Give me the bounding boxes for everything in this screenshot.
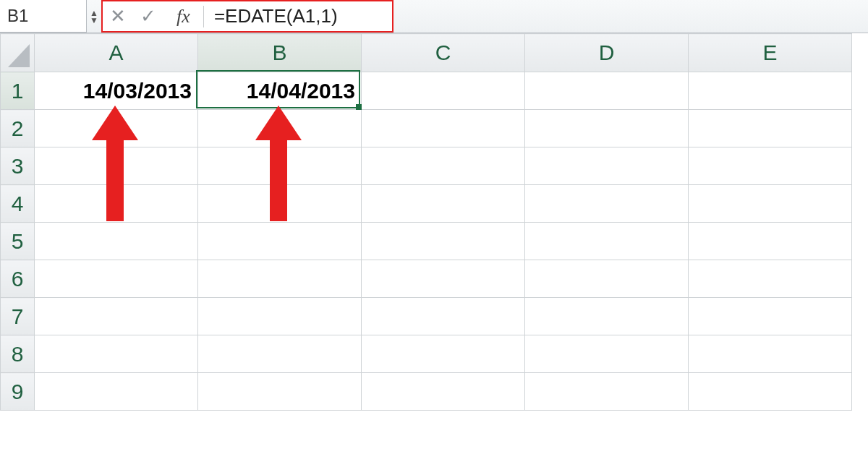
column-header-d[interactable]: D [525, 34, 689, 72]
insert-function-button[interactable]: fx [163, 6, 204, 27]
select-all-corner[interactable] [1, 34, 35, 72]
name-box[interactable]: B1 [0, 0, 87, 33]
confirm-formula-button[interactable]: ✓ [133, 5, 163, 27]
cell-A7[interactable] [35, 298, 198, 335]
cell-C8[interactable] [362, 335, 525, 373]
svg-marker-0 [8, 44, 30, 67]
row-header-7[interactable]: 7 [1, 298, 35, 335]
x-icon: ✕ [110, 5, 126, 27]
cell-B9[interactable] [198, 373, 362, 411]
cell-D3[interactable] [525, 147, 689, 185]
cell-C4[interactable] [362, 185, 525, 223]
cell-D9[interactable] [525, 373, 689, 411]
column-header-b[interactable]: B [198, 34, 362, 72]
cell-C7[interactable] [362, 298, 525, 335]
row-header-6[interactable]: 6 [1, 260, 35, 298]
cell-C9[interactable] [362, 373, 525, 411]
cell-C3[interactable] [362, 147, 525, 185]
cell-A4[interactable] [35, 185, 198, 223]
cell-B6[interactable] [198, 260, 362, 298]
formula-bar: B1 ▲ ▼ ✕ ✓ fx =EDATE(A1,1) [0, 0, 868, 33]
row-header-2[interactable]: 2 [1, 110, 35, 147]
column-header-c[interactable]: C [362, 34, 525, 72]
column-header-a[interactable]: A [35, 34, 198, 72]
cell-A2[interactable] [35, 110, 198, 147]
cell-C2[interactable] [362, 110, 525, 147]
cell-A8[interactable] [35, 335, 198, 373]
cell-D5[interactable] [525, 223, 689, 260]
cell-E2[interactable] [689, 110, 852, 147]
cell-C5[interactable] [362, 223, 525, 260]
stepper-down-icon[interactable]: ▼ [90, 17, 98, 24]
cell-B8[interactable] [198, 335, 362, 373]
cell-A6[interactable] [35, 260, 198, 298]
grid-table: ABCDE 114/03/201314/04/201323456789 [0, 33, 852, 411]
formula-text: =EDATE(A1,1) [214, 5, 338, 27]
cell-D8[interactable] [525, 335, 689, 373]
cell-B1[interactable]: 14/04/2013 [198, 72, 362, 110]
cell-D2[interactable] [525, 110, 689, 147]
cell-A3[interactable] [35, 147, 198, 185]
row-header-1[interactable]: 1 [1, 72, 35, 110]
cell-E9[interactable] [689, 373, 852, 411]
row-header-3[interactable]: 3 [1, 147, 35, 185]
column-header-e[interactable]: E [689, 34, 852, 72]
cell-E5[interactable] [689, 223, 852, 260]
row-header-4[interactable]: 4 [1, 185, 35, 223]
cell-A9[interactable] [35, 373, 198, 411]
name-box-stepper[interactable]: ▲ ▼ [87, 0, 101, 33]
cancel-formula-button[interactable]: ✕ [103, 5, 133, 27]
worksheet[interactable]: ABCDE 114/03/201314/04/201323456789 [0, 33, 868, 411]
cell-B2[interactable] [198, 110, 362, 147]
cell-D7[interactable] [525, 298, 689, 335]
cell-B4[interactable] [198, 185, 362, 223]
fx-icon: fx [176, 6, 190, 27]
cell-A5[interactable] [35, 223, 198, 260]
grid-body: 114/03/201314/04/201323456789 [1, 72, 852, 411]
row-header-9[interactable]: 9 [1, 373, 35, 411]
cell-C1[interactable] [362, 72, 525, 110]
cell-C6[interactable] [362, 260, 525, 298]
formula-bar-highlight: ✕ ✓ fx =EDATE(A1,1) [101, 0, 393, 33]
cell-D6[interactable] [525, 260, 689, 298]
cell-E1[interactable] [689, 72, 852, 110]
cell-E8[interactable] [689, 335, 852, 373]
cell-D4[interactable] [525, 185, 689, 223]
cell-E7[interactable] [689, 298, 852, 335]
name-box-value: B1 [7, 6, 79, 26]
cell-E4[interactable] [689, 185, 852, 223]
check-icon: ✓ [140, 5, 156, 27]
cell-E3[interactable] [689, 147, 852, 185]
cell-B7[interactable] [198, 298, 362, 335]
row-header-8[interactable]: 8 [1, 335, 35, 373]
cell-B3[interactable] [198, 147, 362, 185]
cell-E6[interactable] [689, 260, 852, 298]
cell-D1[interactable] [525, 72, 689, 110]
cell-A1[interactable]: 14/03/2013 [35, 72, 198, 110]
row-header-5[interactable]: 5 [1, 223, 35, 260]
cell-B5[interactable] [198, 223, 362, 260]
formula-input[interactable]: =EDATE(A1,1) [204, 5, 392, 27]
